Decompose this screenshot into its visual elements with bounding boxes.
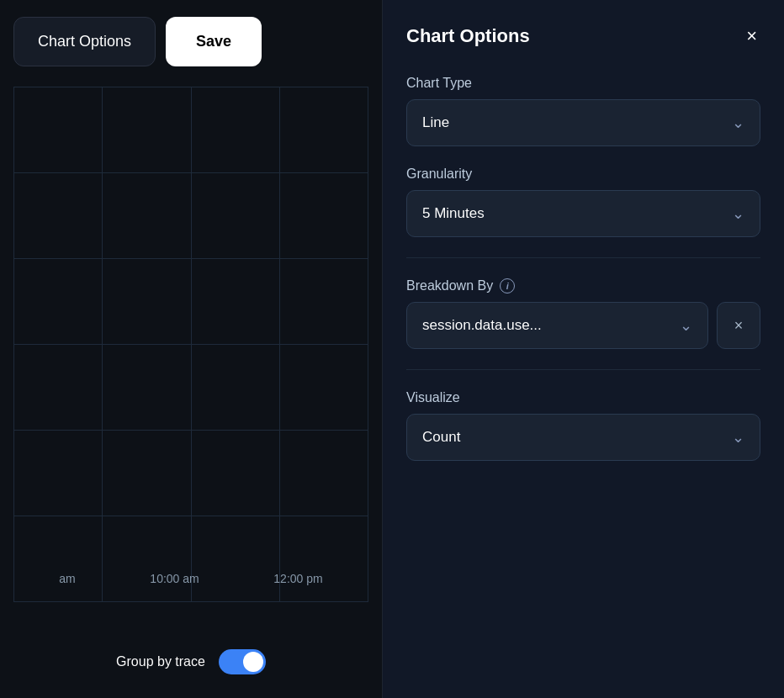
breakdown-by-label: Breakdown By <box>406 278 493 293</box>
visualize-label: Visualize <box>406 390 760 405</box>
info-icon[interactable]: i <box>500 278 515 293</box>
granularity-value: 5 Minutes <box>422 205 485 222</box>
right-panel: Chart Options × Chart Type Line ⌄ Granul… <box>383 0 784 698</box>
breakdown-clear-button[interactable]: × <box>717 302 760 349</box>
breakdown-by-value: session.data.use... <box>422 317 542 334</box>
grid-line <box>102 87 103 602</box>
x-label-10am: 10:00 am <box>150 572 199 585</box>
panel-header: Chart Options × <box>406 24 760 49</box>
grid-line <box>191 87 192 602</box>
group-by-trace-toggle[interactable] <box>219 649 266 674</box>
x-label-am: am <box>59 572 75 585</box>
group-by-trace-label: Group by trace <box>116 654 205 669</box>
chevron-down-icon: ⌄ <box>732 114 744 132</box>
chart-type-label: Chart Type <box>406 76 760 91</box>
divider <box>406 257 760 258</box>
app-container: Chart Options Save <box>0 0 784 698</box>
grid-lines-vertical <box>13 87 368 602</box>
chart-area: am 10:00 am 12:00 pm <box>13 87 368 636</box>
chart-type-value: Line <box>422 114 449 131</box>
toggle-knob <box>243 652 263 672</box>
left-panel: Chart Options Save <box>0 0 383 698</box>
chart-grid: am 10:00 am 12:00 pm <box>13 87 368 636</box>
chart-options-button[interactable]: Chart Options <box>13 17 156 66</box>
save-button[interactable]: Save <box>166 17 262 66</box>
granularity-select[interactable]: 5 Minutes ⌄ <box>406 190 760 237</box>
chevron-down-icon: ⌄ <box>680 316 692 335</box>
panel-title: Chart Options <box>406 25 530 47</box>
close-button[interactable]: × <box>743 24 760 49</box>
visualize-value: Count <box>422 429 460 446</box>
breakdown-label-row: Breakdown By i <box>406 278 760 293</box>
chevron-down-icon: ⌄ <box>732 204 744 223</box>
x-label-12pm: 12:00 pm <box>273 572 322 585</box>
x-axis-labels: am 10:00 am 12:00 pm <box>13 572 368 585</box>
top-buttons: Chart Options Save <box>13 17 368 66</box>
bottom-controls: Group by trace <box>13 636 368 681</box>
grid-line <box>368 87 368 602</box>
breakdown-by-select[interactable]: session.data.use... ⌄ <box>406 302 708 349</box>
chevron-down-icon: ⌄ <box>732 428 744 447</box>
grid-line <box>13 87 14 602</box>
grid-line <box>279 87 280 602</box>
divider-2 <box>406 369 760 370</box>
breakdown-select-row: session.data.use... ⌄ × <box>406 302 760 349</box>
visualize-select[interactable]: Count ⌄ <box>406 414 760 461</box>
granularity-label: Granularity <box>406 167 760 182</box>
chart-type-select[interactable]: Line ⌄ <box>406 99 760 146</box>
